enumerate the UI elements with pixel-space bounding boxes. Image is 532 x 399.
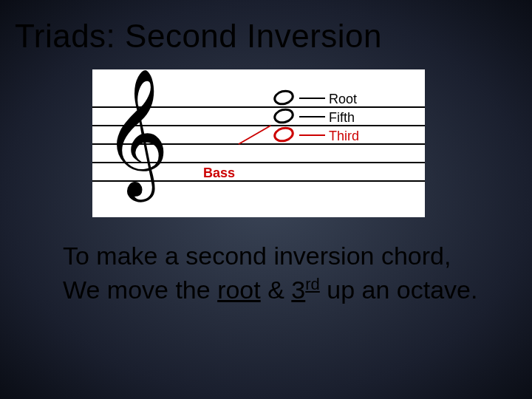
- label-third: Third: [329, 129, 359, 144]
- label-bass: Bass: [203, 166, 235, 181]
- body-root-word: root: [217, 276, 261, 304]
- label-root: Root: [329, 92, 357, 107]
- page-title: Triads: Second Inversion: [0, 0, 532, 55]
- body-ampersand: &: [261, 276, 292, 304]
- connector-line: [299, 134, 325, 136]
- staff: 𝄞 Root Fifth Third Bass: [92, 92, 425, 195]
- label-fifth: Fifth: [329, 110, 355, 126]
- music-diagram: 𝄞 Root Fifth Third Bass: [92, 69, 425, 217]
- body-text: To make a second inversion chord, We mov…: [0, 217, 532, 307]
- bass-connector-line: [239, 125, 271, 145]
- connector-line: [299, 98, 325, 99]
- note-third: [272, 125, 296, 145]
- body-line-2-post: up an octave.: [320, 276, 478, 304]
- note-fifth: [272, 106, 296, 126]
- body-third-ordinal: rd: [305, 275, 320, 293]
- treble-clef-icon: 𝄞: [103, 77, 169, 188]
- body-line-2-pre: We move the: [63, 276, 217, 304]
- body-line-1: To make a second inversion chord,: [63, 242, 451, 270]
- note-root: [272, 88, 296, 108]
- body-third-num: 3: [291, 276, 305, 304]
- connector-line: [299, 116, 325, 117]
